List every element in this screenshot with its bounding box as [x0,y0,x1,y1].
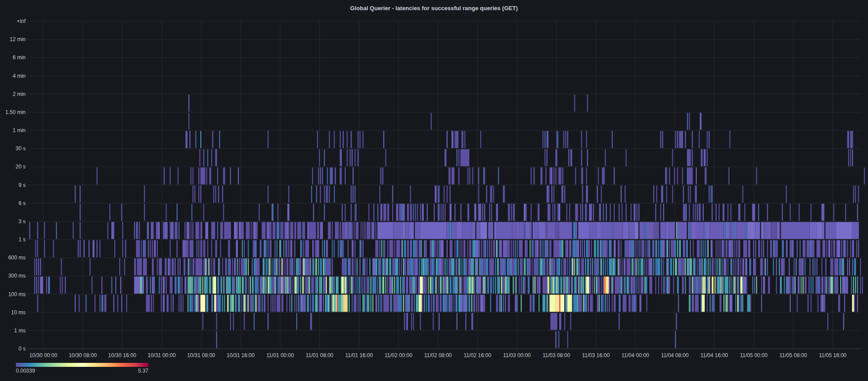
svg-text:4 min: 4 min [13,73,26,79]
svg-text:11/03 00:00: 11/03 00:00 [503,352,531,358]
svg-text:10/30 16:00: 10/30 16:00 [108,352,136,358]
svg-text:11/04 08:00: 11/04 08:00 [661,352,689,358]
svg-text:Global Querier - latencies for: Global Querier - latencies for successfu… [350,5,518,11]
svg-text:1 min: 1 min [13,127,26,133]
svg-text:11/03 08:00: 11/03 08:00 [543,352,570,358]
svg-text:3 s: 3 s [19,218,26,225]
svg-text:11/01 16:00: 11/01 16:00 [345,352,373,358]
svg-text:0 s: 0 s [19,346,26,352]
svg-text:11/05 08:00: 11/05 08:00 [779,352,807,358]
svg-text:300 ms: 300 ms [8,273,26,279]
svg-text:11/05 00:00: 11/05 00:00 [740,352,768,358]
svg-text:0.00339: 0.00339 [16,368,35,374]
svg-text:11/01 08:00: 11/01 08:00 [306,352,334,358]
svg-text:1 s: 1 s [19,236,26,243]
svg-text:11/05 16:00: 11/05 16:00 [819,352,847,358]
svg-text:10/30 08:00: 10/30 08:00 [69,352,97,358]
svg-text:11/01 00:00: 11/01 00:00 [266,352,294,358]
svg-text:600 ms: 600 ms [8,255,26,261]
svg-text:2 min: 2 min [13,91,26,97]
svg-text:11/02 00:00: 11/02 00:00 [385,352,412,358]
svg-text:11/02 08:00: 11/02 08:00 [424,352,452,358]
svg-text:1 ms: 1 ms [14,328,26,334]
svg-text:1.50 min: 1.50 min [5,109,26,115]
svg-text:100 ms: 100 ms [8,291,26,297]
svg-text:6 min: 6 min [13,54,26,61]
svg-text:11/04 00:00: 11/04 00:00 [622,352,649,358]
svg-text:10/31 16:00: 10/31 16:00 [226,352,255,358]
svg-text:10/30 00:00: 10/30 00:00 [29,352,57,358]
svg-text:12 min: 12 min [10,36,26,42]
svg-text:10 ms: 10 ms [11,309,26,316]
svg-text:6 s: 6 s [19,200,26,206]
svg-text:10/31 00:00: 10/31 00:00 [147,352,176,358]
svg-text:11/02 16:00: 11/02 16:00 [464,352,491,358]
svg-text:5.37: 5.37 [138,368,149,374]
svg-text:30 s: 30 s [15,145,26,152]
svg-text:9 s: 9 s [19,182,26,188]
svg-text:10/31 08:00: 10/31 08:00 [187,352,215,358]
svg-text:20 s: 20 s [15,164,26,170]
svg-text:11/03 16:00: 11/03 16:00 [582,352,610,358]
svg-text:11/04 16:00: 11/04 16:00 [701,352,728,358]
svg-text:+Inf: +Inf [17,18,26,24]
